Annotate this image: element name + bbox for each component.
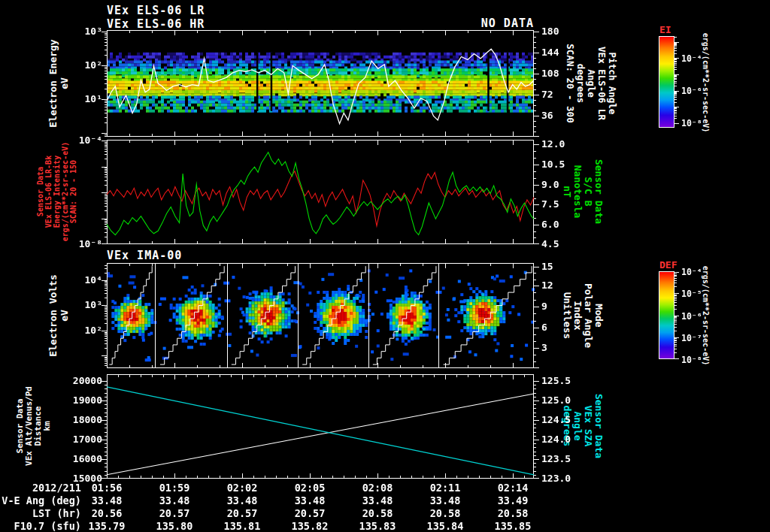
time-tick-label: 01:56 <box>73 482 141 494</box>
time-tick-label: 02:02 <box>208 482 276 494</box>
ephemeris-value: 33.48 <box>141 494 208 506</box>
ephemeris-value: 33.48 <box>73 494 141 506</box>
ephemeris-value: 20.58 <box>479 507 547 519</box>
vex-quicklook-figure: VEx ELS-06 LR VEx ELS-06 HR NO DATA VEx … <box>0 0 770 532</box>
time-tick-label: 02:11 <box>411 482 479 494</box>
ephemeris-value: 33.48 <box>344 494 411 506</box>
ephemeris-value: 33.48 <box>276 494 344 506</box>
ephemeris-row-label: LST (hr) <box>0 507 81 519</box>
ephemeris-value: 20.58 <box>344 507 411 519</box>
time-tick-label: 02:14 <box>479 482 547 494</box>
ephemeris-table: 2012/21101:5601:5902:0202:0502:0802:1102… <box>0 0 770 532</box>
time-tick-label: 02:08 <box>344 482 411 494</box>
ephemeris-value: 20.57 <box>276 507 344 519</box>
ephemeris-value: 33.49 <box>479 494 547 506</box>
ephemeris-value: 20.57 <box>208 507 276 519</box>
ephemeris-row-label: 2012/211 <box>0 482 81 494</box>
ephemeris-value: 135.80 <box>141 520 208 532</box>
time-tick-label: 02:05 <box>276 482 344 494</box>
ephemeris-value: 20.57 <box>141 507 208 519</box>
ephemeris-value: 135.79 <box>73 520 141 532</box>
ephemeris-value: 135.81 <box>208 520 276 532</box>
ephemeris-row-label: V-E Ang (deg) <box>0 494 81 506</box>
ephemeris-value: 20.56 <box>73 507 141 519</box>
ephemeris-value: 135.82 <box>276 520 344 532</box>
ephemeris-value: 135.84 <box>411 520 479 532</box>
ephemeris-value: 33.48 <box>411 494 479 506</box>
ephemeris-value: 33.48 <box>208 494 276 506</box>
ephemeris-value: 20.58 <box>411 507 479 519</box>
ephemeris-value: 135.83 <box>344 520 411 532</box>
ephemeris-value: 135.85 <box>479 520 547 532</box>
time-tick-label: 01:59 <box>141 482 208 494</box>
ephemeris-row-label: F10.7 (sfu) <box>0 520 81 532</box>
